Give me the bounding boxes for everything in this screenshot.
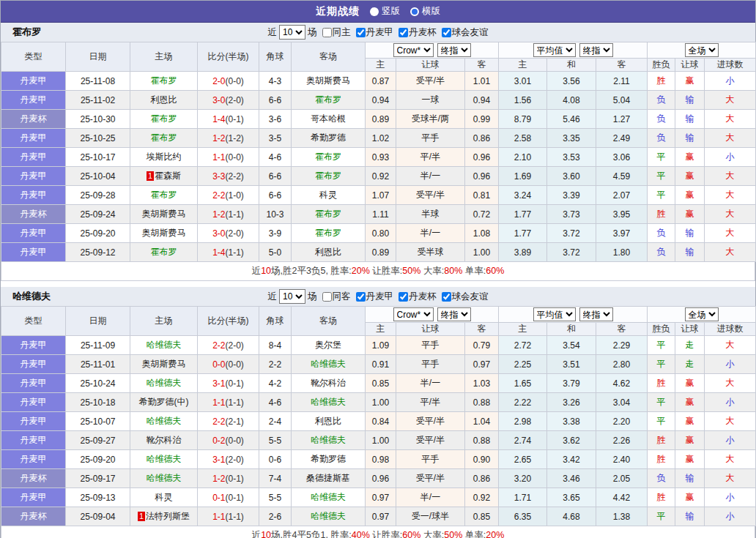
odds-stage-select[interactable]: 终指: [437, 43, 471, 57]
match-row: 丹麦甲25-10-07哈维德夫2-2(2-1)2-4利恩比0.84受平/半1.0…: [1, 412, 756, 431]
league-checkbox-2[interactable]: [399, 292, 408, 302]
same-venue-checkbox[interactable]: [322, 292, 332, 302]
home-team: 霍布罗: [130, 72, 198, 91]
goals-outcome: 大: [705, 374, 756, 393]
sub-header-avg-home: 主: [499, 59, 547, 72]
corner-score: 4-6: [259, 148, 292, 167]
match-date: 25-09-04: [66, 507, 130, 526]
home-team: 靴尔科治: [130, 431, 198, 450]
handicap-outcome: 输: [675, 91, 705, 110]
match-row: 丹麦杯25-09-041法特列斯堡1-1(1-1)2-6哈维德夫0.97受一/球…: [1, 507, 756, 526]
radio-unselected-icon[interactable]: [410, 7, 419, 16]
fulltime-select[interactable]: 全场: [685, 307, 719, 321]
goals-outcome: 大: [705, 205, 756, 224]
full-time-score: 1-1: [212, 512, 225, 522]
league-checkbox-3[interactable]: [442, 292, 451, 302]
avg-odds-away: 1.80: [596, 243, 648, 262]
avg-odds-home: 1.77: [499, 224, 547, 243]
rank-badge: 1: [147, 171, 154, 181]
league-checkbox-2[interactable]: [399, 28, 408, 37]
sub-header-result: 胜负: [648, 59, 675, 72]
league-checkbox-1[interactable]: [356, 292, 366, 302]
home-team: 1霍森斯: [130, 167, 198, 186]
average-stage-select[interactable]: 终指: [579, 307, 613, 321]
away-team: 科灵: [292, 186, 366, 205]
col-header-home: 主场: [130, 307, 198, 336]
match-row: 丹麦甲25-11-01奥胡斯费马0-0(0-0)2-2哈维德夫0.91平手0.9…: [1, 355, 756, 374]
home-team: 科灵: [130, 488, 198, 507]
half-time-score: (2-0): [226, 95, 244, 105]
full-time-score: 2-2: [212, 416, 225, 427]
match-row: 丹麦甲25-11-08霍布罗2-0(0-0)4-3奥胡斯费马0.87受平/半1.…: [1, 72, 756, 91]
match-date: 25-09-24: [66, 205, 130, 224]
match-score: 2-2(1-0): [198, 186, 259, 205]
handicap-odds-home: 0.85: [366, 374, 396, 393]
avg-odds-away: 5.04: [596, 91, 648, 110]
away-team: 霍布罗: [292, 148, 366, 167]
handicap-line: 受平/半: [396, 469, 465, 488]
col-header-date: 日期: [66, 42, 130, 72]
summary-odd-rate: 60%: [486, 266, 504, 276]
match-score: 1-2(1-1): [198, 205, 259, 224]
results-table: 类型 日期 主场 比分(半场) 角球 客场 Crow* 终指 平均值: [1, 42, 756, 262]
sections-host: 霍布罗 近 10 场 同主 丹麦甲 丹麦杯 球会友谊: [1, 23, 755, 538]
league-checkbox-1[interactable]: [356, 28, 366, 37]
avg-odds-draw: 3.60: [547, 167, 596, 186]
odds-stage-select[interactable]: 终指: [437, 307, 471, 321]
away-team-name: 哈维德夫: [311, 511, 346, 521]
half-time-score: (2-0): [226, 340, 244, 351]
goals-outcome: 小: [705, 393, 756, 412]
summary-handicap-label: 让胜率:: [370, 266, 402, 276]
league-label: 丹麦甲: [21, 152, 47, 162]
bookmaker-select[interactable]: Crow*: [393, 307, 434, 321]
same-venue-checkbox[interactable]: [322, 28, 332, 37]
handicap-line: 平手: [396, 129, 465, 148]
league-type-badge: 丹麦甲: [1, 412, 66, 431]
fulltime-select[interactable]: 全场: [685, 43, 719, 57]
goals-outcome: 小: [705, 355, 756, 374]
match-score: 1-4(0-1): [198, 110, 259, 129]
goals-outcome: 大: [705, 91, 756, 110]
league-label: 丹麦甲: [21, 454, 47, 464]
handicap-odds-away: 0.85: [465, 507, 499, 526]
league-type-badge: 丹麦杯: [1, 205, 66, 224]
avg-odds-draw: 3.42: [547, 450, 596, 469]
corner-score: 5-0: [259, 243, 292, 262]
bookmaker-select[interactable]: Crow*: [393, 43, 434, 57]
full-time-score: 1-1: [212, 152, 225, 162]
handicap-odds-home: 0.84: [366, 412, 396, 431]
summary-over-label: 大率:: [420, 530, 444, 538]
horizontal-layout-label: 横版: [422, 5, 440, 18]
league-checkbox-3[interactable]: [442, 28, 451, 37]
average-select[interactable]: 平均值: [533, 307, 576, 321]
summary-handicap-label: 让胜率:: [370, 530, 402, 538]
home-team: 哈维德夫: [130, 450, 198, 469]
avg-odds-home: 1.69: [499, 167, 547, 186]
handicap-odds-away: 0.88: [465, 431, 499, 450]
away-team-name: 霍布罗: [315, 171, 341, 181]
handicap-outcome: 走: [675, 336, 705, 355]
home-team-name: 埃斯比约: [147, 152, 182, 162]
sub-header-odds-away: 客: [465, 59, 499, 72]
result-outcome: 平: [648, 186, 675, 205]
match-count-select[interactable]: 10: [279, 25, 305, 40]
handicap-line: 平手: [396, 336, 465, 355]
corner-score: 3-6: [259, 110, 292, 129]
average-select[interactable]: 平均值: [533, 43, 576, 57]
match-row: 丹麦甲25-11-09哈维德夫2-2(2-0)8-4奥尔堡1.09平手0.792…: [1, 336, 756, 355]
sub-header-avg-home: 主: [499, 323, 547, 336]
vertical-layout-radio[interactable]: 竖版: [370, 5, 400, 18]
horizontal-layout-radio[interactable]: 横版: [410, 5, 440, 18]
corner-score: 8-4: [259, 336, 292, 355]
match-row: 丹麦甲25-10-041霍森斯3-3(2-2)6-6霍布罗0.92半/一0.96…: [1, 167, 756, 186]
full-time-score: 1-4: [212, 247, 225, 258]
league-label: 丹麦甲: [21, 359, 47, 369]
league-type-badge: 丹麦甲: [1, 374, 66, 393]
goals-outcome: 大: [705, 450, 756, 469]
average-stage-select[interactable]: 终指: [579, 43, 613, 57]
match-count-select[interactable]: 10: [279, 289, 305, 304]
team-section: 哈维德夫 近 10 场 同客 丹麦甲 丹麦杯 球会友谊: [1, 287, 755, 538]
handicap-odds-home: 0.98: [366, 450, 396, 469]
radio-selected-icon[interactable]: [370, 7, 379, 16]
full-time-score: 0-0: [212, 359, 225, 370]
